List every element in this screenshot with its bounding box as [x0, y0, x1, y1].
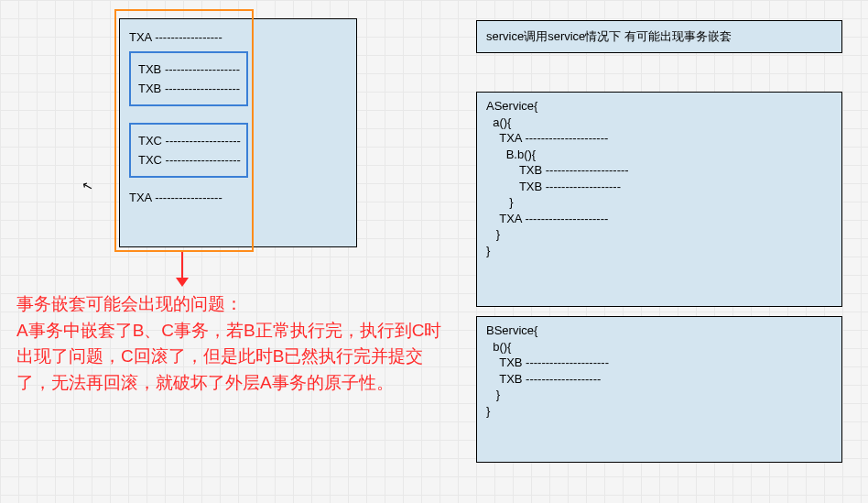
- code-line: TXA ---------------------: [486, 130, 832, 147]
- top-right-note-text: service调用service情况下 有可能出现事务嵌套: [486, 29, 732, 43]
- code-line: }: [486, 194, 832, 211]
- mouse-cursor: ↖: [81, 178, 95, 195]
- arrow-shaft: [181, 252, 183, 279]
- code-line: TXB ---------------------: [486, 162, 832, 179]
- explanation-body: A事务中嵌套了B、C事务，若B正常执行完，执行到C时出现了问题，C回滚了，但是此…: [16, 318, 456, 397]
- code-line: TXB ---------------------: [486, 355, 832, 371]
- top-right-note-box: service调用service情况下 有可能出现事务嵌套: [476, 20, 842, 53]
- bservice-code-box: BService{ b(){ TXB ---------------------…: [476, 316, 842, 463]
- code-line: BService{: [486, 323, 832, 339]
- explanation-text: 事务嵌套可能会出现的问题： A事务中嵌套了B、C事务，若B正常执行完，执行到C时…: [16, 291, 456, 396]
- code-line: B.b(){: [486, 147, 832, 163]
- code-line: AService{: [486, 98, 832, 115]
- code-line: TXB -------------------: [486, 179, 832, 195]
- arrow-head-icon: [176, 278, 189, 287]
- code-line: b(){: [486, 339, 832, 355]
- code-line: }: [486, 226, 832, 243]
- code-line: TXA ---------------------: [486, 211, 832, 227]
- code-line: }: [486, 387, 832, 403]
- code-line: }: [486, 243, 832, 259]
- code-line: }: [486, 403, 832, 420]
- code-line: TXB -------------------: [486, 371, 832, 388]
- code-line: a(){: [486, 115, 832, 131]
- aservice-code-box: AService{ a(){ TXA ---------------------…: [476, 92, 842, 307]
- explanation-title: 事务嵌套可能会出现的问题：: [16, 291, 456, 318]
- highlight-rectangle: [114, 9, 254, 252]
